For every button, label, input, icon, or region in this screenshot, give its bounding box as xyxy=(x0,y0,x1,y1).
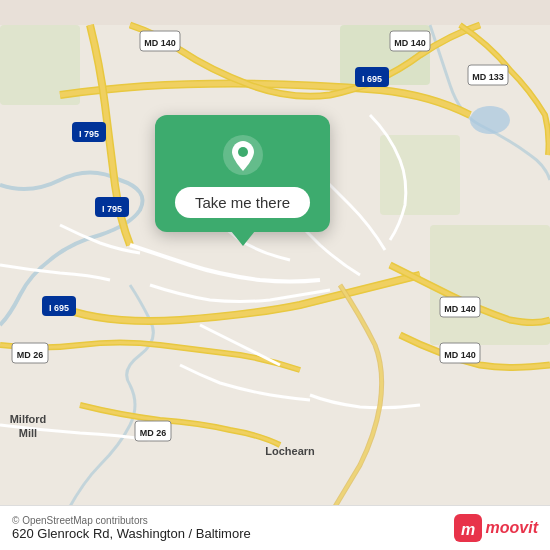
svg-text:Milford: Milford xyxy=(10,413,47,425)
moovit-brand-icon: m xyxy=(454,514,482,542)
svg-text:I 695: I 695 xyxy=(362,74,382,84)
location-popup: Take me there xyxy=(155,115,330,232)
svg-text:I 795: I 795 xyxy=(79,129,99,139)
location-pin-icon xyxy=(221,133,265,177)
address-text: 620 Glenrock Rd, Washington / Baltimore xyxy=(12,526,251,541)
svg-text:MD 140: MD 140 xyxy=(144,38,176,48)
svg-text:MD 140: MD 140 xyxy=(444,350,476,360)
svg-rect-4 xyxy=(380,135,460,215)
svg-text:MD 140: MD 140 xyxy=(444,304,476,314)
bottom-bar: © OpenStreetMap contributors 620 Glenroc… xyxy=(0,505,550,550)
copyright-text: © OpenStreetMap contributors xyxy=(12,515,251,526)
take-me-there-button[interactable]: Take me there xyxy=(175,187,310,218)
bottom-info: © OpenStreetMap contributors 620 Glenroc… xyxy=(12,515,251,541)
svg-rect-5 xyxy=(430,225,550,345)
svg-point-1 xyxy=(470,106,510,134)
svg-text:MD 26: MD 26 xyxy=(17,350,44,360)
svg-text:I 795: I 795 xyxy=(102,204,122,214)
svg-text:I 695: I 695 xyxy=(49,303,69,313)
svg-text:Mill: Mill xyxy=(19,427,37,439)
svg-text:Lochearn: Lochearn xyxy=(265,445,315,457)
svg-text:MD 140: MD 140 xyxy=(394,38,426,48)
moovit-text: moovit xyxy=(486,519,538,537)
moovit-logo: m moovit xyxy=(454,514,538,542)
svg-text:MD 133: MD 133 xyxy=(472,72,504,82)
svg-text:MD 26: MD 26 xyxy=(140,428,167,438)
map-svg: I 695 I 695 I 795 I 795 MD 140 MD 140 MD… xyxy=(0,0,550,550)
map-container: I 695 I 695 I 795 I 795 MD 140 MD 140 MD… xyxy=(0,0,550,550)
svg-point-34 xyxy=(238,147,248,157)
svg-text:m: m xyxy=(460,521,474,538)
